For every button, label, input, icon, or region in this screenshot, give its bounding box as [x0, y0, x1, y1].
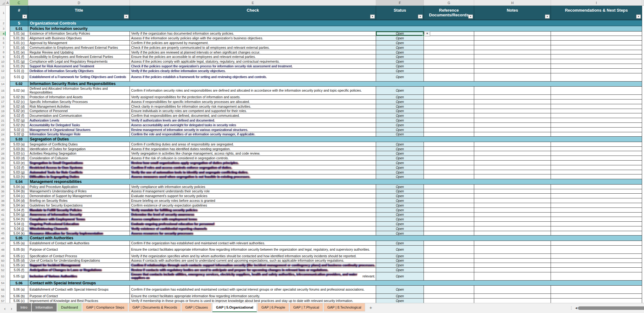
notes-cell[interactable]: [474, 100, 551, 104]
row-number-cell[interactable]: 10: [0, 59, 6, 64]
notes-cell[interactable]: [474, 268, 551, 272]
row-number-cell[interactable]: 28: [0, 151, 6, 156]
row-number-cell[interactable]: 46: [0, 236, 6, 241]
reference-cell[interactable]: [424, 226, 474, 231]
control-id-cell[interactable]: 5.02 (i): [10, 128, 28, 132]
reference-cell[interactable]: [424, 69, 474, 73]
title-cell[interactable]: Accessibility to Employees and Relevant …: [28, 54, 130, 59]
recommendations-cell[interactable]: [551, 113, 642, 118]
row-number-cell[interactable]: 22: [0, 123, 6, 128]
notes-cell[interactable]: [474, 208, 551, 213]
control-id-cell[interactable]: 5.02 (g): [10, 118, 28, 123]
title-cell[interactable]: Automated Tools for Role Conflicts: [28, 170, 130, 175]
check-cell[interactable]: Verify existence of confidential reporti…: [130, 226, 376, 231]
row-number-cell[interactable]: 23: [0, 128, 6, 132]
recommendations-cell[interactable]: [551, 203, 642, 208]
tab-scroll-left-icon[interactable]: ‹: [4, 306, 6, 311]
title-cell[interactable]: Management's Understanding of Roles: [28, 189, 130, 194]
title-cell[interactable]: Segregation in Small Organizations: [28, 161, 130, 165]
status-cell[interactable]: Open: [376, 246, 424, 254]
control-id-cell[interactable]: 5.04 (a): [10, 185, 28, 189]
column-header-C[interactable]: C: [10, 0, 28, 5]
check-cell[interactable]: Ensure that the policies are accessible …: [130, 54, 376, 59]
check-cell[interactable]: Assess if responsibilities for specific …: [130, 100, 376, 104]
control-id-cell[interactable]: 5.01 (b): [10, 36, 28, 41]
select-all-corner[interactable]: [0, 0, 6, 5]
status-cell[interactable]: Open: [376, 69, 424, 73]
control-id-cell[interactable]: 5.05 (f): [10, 268, 28, 272]
title-cell[interactable]: Identification of Duties for Segregation: [28, 147, 130, 151]
check-cell[interactable]: Verify mandate for fulfilling security p…: [130, 208, 376, 213]
reference-cell[interactable]: [424, 294, 474, 299]
notes-cell[interactable]: [474, 185, 551, 189]
section-title-cell[interactable]: Management responsibilities: [28, 179, 642, 185]
status-cell[interactable]: Open: [376, 147, 424, 151]
row-number-cell[interactable]: 27: [0, 147, 6, 151]
column-header-D[interactable]: D: [28, 0, 130, 5]
check-cell[interactable]: Confirm if relationships through such co…: [130, 263, 376, 268]
control-id-cell[interactable]: 5.05 (c): [10, 254, 28, 259]
reference-cell[interactable]: [424, 254, 474, 259]
row-number-cell[interactable]: 45: [0, 231, 6, 236]
sheet-tab-gap-clauses[interactable]: GAP | Clauses: [181, 303, 212, 311]
check-cell[interactable]: Verify if the organization specifies whe…: [130, 254, 376, 259]
recommendations-cell[interactable]: [551, 213, 642, 217]
status-cell[interactable]: Open: [376, 104, 424, 109]
check-cell[interactable]: Ensure briefing on security roles before…: [130, 198, 376, 203]
control-id-cell[interactable]: 5.05 (g): [10, 272, 28, 281]
control-id-cell[interactable]: 5.01 (d): [10, 45, 28, 50]
control-id-cell[interactable]: 5.01 (a): [10, 31, 28, 36]
recommendations-cell[interactable]: [551, 54, 642, 59]
check-cell[interactable]: Confirm if the organization has establis…: [130, 286, 376, 294]
check-cell[interactable]: Evaluate management's support for securi…: [130, 194, 376, 198]
title-cell[interactable]: Anticipation of Changes in Laws or Regul…: [28, 268, 130, 272]
reference-cell[interactable]: [424, 41, 474, 45]
recommendations-cell[interactable]: [551, 87, 642, 95]
row-number-cell[interactable]: 6: [0, 41, 6, 45]
title-cell[interactable]: Awareness of Information Security: [28, 213, 130, 217]
notes-cell[interactable]: [474, 59, 551, 64]
row-number-cell[interactable]: 41: [0, 213, 6, 217]
title-cell[interactable]: Purpose of Contact: [28, 294, 130, 299]
check-cell[interactable]: Confirm if the organization has establis…: [130, 241, 376, 246]
row-number-cell[interactable]: 43: [0, 222, 6, 226]
scrollbar-left-arrow-icon[interactable]: ◀: [575, 306, 577, 310]
notes-cell[interactable]: [474, 147, 551, 151]
title-cell[interactable]: Support for Risk Assessment and Treatmen…: [28, 64, 130, 69]
notes-cell[interactable]: [474, 123, 551, 128]
title-cell[interactable]: Consideration of Collusion: [28, 156, 130, 161]
check-cell[interactable]: Assess if the organization has identifie…: [130, 147, 376, 151]
status-cell[interactable]: Open: [376, 170, 424, 175]
reference-cell[interactable]: [424, 263, 474, 268]
row-number-cell[interactable]: 49: [0, 254, 6, 259]
status-cell[interactable]: Open: [376, 113, 424, 118]
recommendations-cell[interactable]: [551, 170, 642, 175]
section-title-cell[interactable]: Segregation of Duties: [28, 137, 642, 142]
section-title-cell[interactable]: Contact with Special Interest Groups: [28, 281, 642, 286]
status-cell[interactable]: Open: [376, 189, 424, 194]
notes-cell[interactable]: [474, 174, 551, 179]
notes-cell[interactable]: [474, 263, 551, 268]
reference-cell[interactable]: [424, 259, 474, 263]
control-id-cell[interactable]: 5.01 (f): [10, 54, 28, 59]
status-cell[interactable]: Open: [376, 259, 424, 263]
status-cell[interactable]: Open: [376, 45, 424, 50]
title-cell[interactable]: Activities Requiring Segregation: [28, 151, 130, 156]
status-cell[interactable]: Open: [376, 165, 424, 170]
status-cell[interactable]: Open: [376, 203, 424, 208]
control-id-cell[interactable]: 5.02 (c): [10, 100, 28, 104]
recommendations-cell[interactable]: [551, 50, 642, 55]
filter-dropdown-icon[interactable]: ▼: [545, 14, 550, 19]
reference-cell[interactable]: [424, 217, 474, 222]
title-cell[interactable]: Approval by Management: [28, 41, 130, 45]
recommendations-cell[interactable]: [551, 156, 642, 161]
control-id-cell[interactable]: 5.03 (a): [10, 142, 28, 147]
check-cell[interactable]: Evaluate ongoing professional education …: [130, 222, 376, 226]
notes-cell[interactable]: [474, 226, 551, 231]
title-cell[interactable]: Policy and Procedure Application: [28, 185, 130, 189]
control-id-cell[interactable]: 5.04 (g): [10, 213, 28, 217]
title-cell[interactable]: Ongoing Professional Education: [28, 222, 130, 226]
notes-cell[interactable]: [474, 128, 551, 132]
status-cell[interactable]: Open: [376, 59, 424, 64]
status-cell[interactable]: Open: [376, 213, 424, 217]
